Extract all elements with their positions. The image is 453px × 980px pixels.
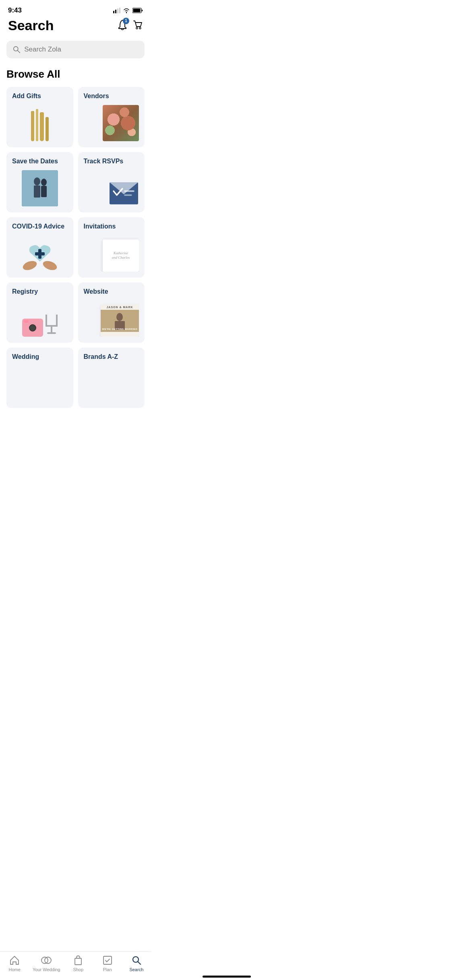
- website-names: JASON & MARK: [101, 305, 139, 310]
- svg-rect-16: [41, 186, 47, 197]
- svg-point-15: [41, 179, 47, 186]
- svg-point-7: [139, 27, 141, 29]
- svg-rect-3: [119, 8, 120, 13]
- svg-point-22: [41, 259, 58, 272]
- invitation-preview: Katherine and Charles: [103, 239, 139, 272]
- svg-point-6: [136, 27, 138, 29]
- signal-icon: [113, 8, 120, 13]
- svg-point-26: [116, 313, 123, 321]
- status-time: 9:43: [8, 6, 22, 14]
- registry-card[interactable]: Registry: [6, 282, 73, 343]
- glass-illustration: [46, 315, 58, 337]
- browse-section: Browse All Add Gifts Vendors: [0, 65, 151, 408]
- envelope-illustration: [109, 174, 139, 206]
- covid-card[interactable]: COVID-19 Advice: [6, 217, 73, 278]
- covid-illustration: [22, 235, 58, 272]
- add-gifts-card[interactable]: Add Gifts: [6, 87, 73, 147]
- save-dates-card[interactable]: Save the Dates: [6, 152, 73, 212]
- wedding-label: Wedding: [12, 353, 68, 360]
- svg-point-13: [34, 177, 40, 185]
- svg-rect-24: [35, 252, 45, 255]
- website-hero: WE'RE GETTING MARRIED: [101, 310, 139, 332]
- website-card[interactable]: Website JASON & MARK WE'RE GETTING MARRI…: [78, 282, 145, 343]
- track-rsvps-label: Track RSVPs: [84, 158, 139, 165]
- svg-rect-14: [34, 185, 40, 198]
- save-dates-image: [12, 168, 68, 206]
- wedding-card[interactable]: Wedding: [6, 348, 73, 408]
- invitations-card[interactable]: Invitations Katherine and Charles: [78, 217, 145, 278]
- camera-illustration: [22, 319, 43, 337]
- save-dates-photo: [22, 170, 58, 206]
- header-icons: 1: [117, 19, 143, 32]
- brands-image: [84, 364, 139, 402]
- status-bar: 9:43: [0, 0, 151, 18]
- search-bar[interactable]: [6, 41, 145, 58]
- invitations-label: Invitations: [84, 223, 139, 230]
- vendors-card[interactable]: Vendors: [78, 87, 145, 147]
- svg-point-21: [22, 259, 38, 272]
- search-bar-container: [0, 37, 151, 65]
- svg-rect-1: [115, 10, 116, 13]
- search-bar-icon: [13, 45, 20, 54]
- battery-icon: [132, 8, 143, 13]
- registry-label: Registry: [12, 288, 68, 295]
- wifi-icon: [123, 8, 130, 13]
- add-gifts-label: Add Gifts: [12, 93, 68, 100]
- browse-grid: Add Gifts Vendors: [6, 87, 145, 408]
- website-image: JASON & MARK WE'RE GETTING MARRIED: [84, 299, 139, 337]
- svg-point-8: [14, 47, 18, 51]
- website-preview: JASON & MARK WE'RE GETTING MARRIED: [101, 305, 139, 337]
- page-title: Search: [8, 18, 54, 33]
- website-hero-text: WE'RE GETTING MARRIED: [101, 328, 139, 330]
- covid-label: COVID-19 Advice: [12, 223, 68, 230]
- vendors-label: Vendors: [84, 93, 139, 100]
- svg-line-9: [18, 51, 20, 53]
- invitations-image: Katherine and Charles: [84, 233, 139, 272]
- brands-card[interactable]: Brands A-Z: [78, 348, 145, 408]
- add-gifts-image: [12, 103, 68, 141]
- covid-image: [12, 233, 68, 272]
- flatware-illustration: [31, 109, 49, 141]
- cart-button[interactable]: [132, 19, 143, 32]
- save-dates-label: Save the Dates: [12, 158, 68, 165]
- track-rsvps-image: [84, 168, 139, 206]
- notification-button[interactable]: 1: [117, 19, 128, 32]
- vendors-photo: [103, 105, 139, 141]
- invitation-names: Katherine and Charles: [112, 251, 130, 260]
- notification-badge: 1: [123, 18, 129, 24]
- svg-rect-0: [113, 11, 114, 13]
- status-icons: [113, 8, 143, 13]
- registry-image: [12, 299, 68, 337]
- track-rsvps-card[interactable]: Track RSVPs: [78, 152, 145, 212]
- browse-title: Browse All: [6, 68, 145, 80]
- search-input[interactable]: [24, 45, 138, 54]
- registry-items: [22, 315, 58, 337]
- page-header: Search 1: [0, 18, 151, 37]
- vendors-image: [84, 103, 139, 141]
- wedding-image: [12, 364, 68, 402]
- svg-rect-5: [133, 9, 141, 12]
- brands-label: Brands A-Z: [84, 353, 139, 360]
- svg-rect-2: [117, 8, 118, 13]
- cart-icon: [132, 19, 143, 31]
- website-label: Website: [84, 288, 139, 295]
